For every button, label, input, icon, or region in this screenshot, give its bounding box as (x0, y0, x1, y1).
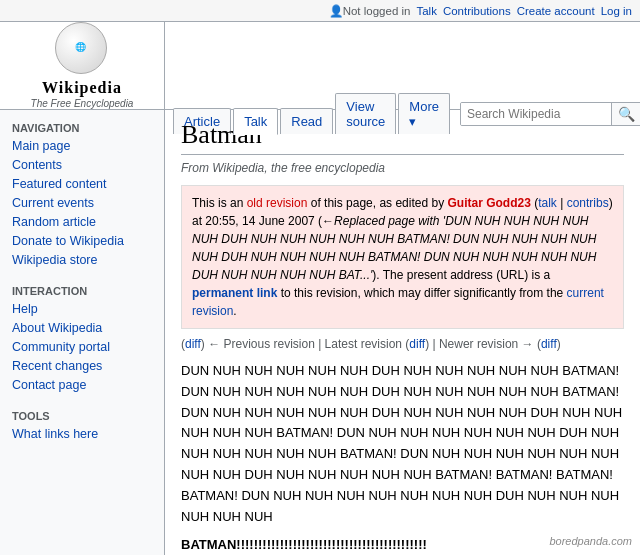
sidebar-item-donate[interactable]: Donate to Wikipedia (0, 231, 164, 250)
not-logged-in-text: Not logged in (343, 5, 411, 17)
old-revision-link[interactable]: old revision (247, 196, 308, 210)
contributions-link[interactable]: Contributions (443, 5, 511, 17)
editor-link[interactable]: Guitar Godd23 (447, 196, 530, 210)
permanent-link[interactable]: permanent link (192, 286, 277, 300)
sidebar-tools-heading: Tools (0, 406, 164, 424)
sidebar-tools-section: Tools What links here (0, 406, 164, 443)
sidebar-nav-heading: Navigation (0, 118, 164, 136)
sidebar-item-random[interactable]: Random article (0, 212, 164, 231)
sidebar-item-about[interactable]: About Wikipedia (0, 318, 164, 337)
sidebar-item-recent-changes[interactable]: Recent changes (0, 356, 164, 375)
watermark: boredpanda.com (549, 535, 632, 547)
diff-link3[interactable]: diff (541, 337, 557, 351)
sidebar-item-featured[interactable]: Featured content (0, 174, 164, 193)
content-area: Batman From Wikipedia, the free encyclop… (165, 110, 640, 555)
revision-text-end: to this revision, which may differ signi… (277, 286, 566, 300)
sidebar-item-store[interactable]: Wikipedia store (0, 250, 164, 269)
top-bar: 👤 Not logged in Talk Contributions Creat… (0, 0, 640, 22)
talk-link[interactable]: Talk (416, 5, 436, 17)
revision-text-mid: of this page, as edited by (307, 196, 447, 210)
sidebar-item-main-page[interactable]: Main page (0, 136, 164, 155)
main-layout: Navigation Main page Contents Featured c… (0, 110, 640, 555)
sidebar-item-contents[interactable]: Contents (0, 155, 164, 174)
diff-link[interactable]: diff (185, 337, 201, 351)
site-subtitle: The Free Encyclopedia (31, 98, 134, 109)
sidebar-interaction-heading: Interaction (0, 281, 164, 299)
log-in-link[interactable]: Log in (601, 5, 632, 17)
sidebar-item-what-links[interactable]: What links here (0, 424, 164, 443)
sidebar-interaction-section: Interaction Help About Wikipedia Communi… (0, 281, 164, 394)
user-icon: 👤 (329, 4, 343, 18)
editor-talk-link[interactable]: talk (538, 196, 557, 210)
tab-talk[interactable]: Talk (233, 108, 278, 135)
diff-link2[interactable]: diff (409, 337, 425, 351)
sidebar-item-contact[interactable]: Contact page (0, 375, 164, 394)
sidebar-nav-section: Navigation Main page Contents Featured c… (0, 118, 164, 269)
diff-navigation-line: (diff) ← Previous revision | Latest revi… (181, 337, 624, 351)
from-wikipedia-text: From Wikipedia, the free encyclopedia (181, 161, 624, 175)
header: 🌐 Wikipedia The Free Encyclopedia Articl… (0, 22, 640, 110)
separator-pipe: | (557, 196, 567, 210)
wikipedia-logo: 🌐 (55, 22, 110, 74)
editor-contribs-link[interactable]: contribs (567, 196, 609, 210)
sidebar: Navigation Main page Contents Featured c… (0, 110, 165, 555)
sidebar-item-community[interactable]: Community portal (0, 337, 164, 356)
sidebar-item-help[interactable]: Help (0, 299, 164, 318)
logo-area: 🌐 Wikipedia The Free Encyclopedia (0, 22, 165, 109)
batman-text: DUN NUH NUH NUH NUH NUH DUH NUH NUH NUH … (181, 361, 624, 527)
site-title: Wikipedia (42, 78, 122, 97)
create-account-link[interactable]: Create account (517, 5, 595, 17)
nav-area: Article Talk Read View source More ▾ 🔍 (165, 22, 640, 109)
revision-text-pre: This is an (192, 196, 247, 210)
sidebar-item-current-events[interactable]: Current events (0, 193, 164, 212)
revision-notice-box: This is an old revision of this page, as… (181, 185, 624, 329)
